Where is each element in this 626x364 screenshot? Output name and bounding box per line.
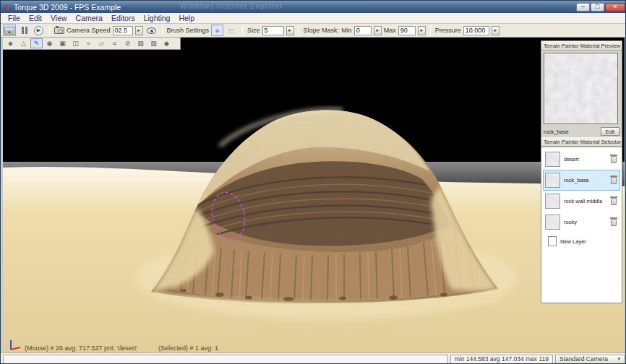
minimize-button[interactable]: –	[576, 3, 590, 12]
smooth-height-tool[interactable]: ◫	[69, 38, 82, 48]
menu-edit[interactable]: Edit	[25, 13, 46, 23]
menu-view[interactable]: View	[46, 13, 72, 23]
viewport-3d[interactable]: (Mouse) # 26 avg: 717.527 pnt: 'desert' …	[3, 38, 625, 352]
status-bar: min 144.583 avg 147.034 max 119 Standard…	[1, 352, 626, 364]
material-row-rock-wall-middle[interactable]: rock wall middle	[543, 191, 620, 212]
torque-logo-icon: ▲	[4, 4, 11, 11]
material-name: rock_base	[564, 177, 607, 183]
delete-material-icon[interactable]	[611, 219, 617, 226]
window-title: Torque 3D 2009 - FPS Example	[14, 3, 121, 12]
set-empty-tool[interactable]: ▨	[134, 38, 147, 48]
close-button[interactable]: ×	[605, 3, 625, 12]
set-height-tool[interactable]: ≡	[108, 38, 121, 48]
slope-min-spinner[interactable]: ▸	[374, 26, 382, 35]
brush-settings-label: Brush Settings	[167, 27, 210, 34]
fps-stats: min 144.583 avg 147.034 max 119	[450, 355, 553, 364]
adjust-height-tool[interactable]: △	[17, 38, 30, 48]
delete-material-icon[interactable]	[611, 177, 617, 184]
world-editor-button[interactable]: ▲	[3, 25, 16, 36]
play-icon: ▶	[34, 26, 43, 35]
camera-speed-label: Camera Speed	[67, 27, 111, 34]
watermark-text: Windows Internet Explorer	[180, 2, 283, 10]
play-sim-button[interactable]: ▶	[33, 25, 45, 36]
menu-camera[interactable]: Camera	[72, 13, 107, 23]
material-thumbnail	[545, 194, 560, 209]
slope-max-spinner[interactable]: ▸	[418, 26, 426, 35]
terrain-tool-palette: ◈ △ ✎ ◉ ▣ ◫ ≈ ▱ ≡ ⊘ ▨ ▧ ◆	[3, 38, 181, 50]
menu-help[interactable]: Help	[174, 13, 199, 23]
flatten-height-tool[interactable]: ▱	[95, 38, 108, 48]
menu-editors[interactable]: Editors	[107, 13, 140, 23]
brush-adjust-height-tool[interactable]: ✎	[30, 38, 43, 48]
paint-material-tool[interactable]: ◆	[160, 38, 173, 48]
material-list: desert rock_base rock wall middle rocky	[541, 147, 622, 303]
material-preview-header: Terrain Painter Material Preview	[541, 41, 622, 51]
statusbar-message	[3, 355, 448, 364]
pressure-input[interactable]: 10.000	[463, 26, 489, 35]
selected-material-name: rock_base	[544, 129, 599, 135]
material-thumbnail	[545, 214, 560, 230]
menu-file[interactable]: File	[4, 13, 25, 23]
slope-mask-label: Slope Mask:	[304, 27, 340, 34]
pause-sim-button[interactable]	[18, 25, 30, 36]
material-thumbnail	[545, 173, 560, 188]
material-preview-image	[544, 53, 618, 124]
slope-max-input[interactable]: 90	[398, 26, 416, 35]
material-row-rock-base[interactable]: rock_base	[543, 170, 620, 191]
slope-max-label: Max	[384, 27, 396, 34]
edit-material-button[interactable]: Edit	[601, 127, 619, 136]
brush-ellipse-button[interactable]: ●	[211, 25, 223, 36]
maximize-button[interactable]: □	[591, 3, 604, 12]
material-name: rock wall middle	[564, 198, 607, 204]
terrain-scene: (Mouse) # 26 avg: 717.527 pnt: 'desert' …	[3, 38, 625, 352]
material-row-rocky[interactable]: rocky	[543, 212, 620, 233]
menu-bar: File Edit View Camera Editors Lighting H…	[1, 13, 626, 24]
pressure-label: Pressure	[435, 27, 461, 34]
landscape-icon: ▲	[4, 27, 14, 35]
visibility-button[interactable]	[145, 25, 158, 36]
pause-icon	[22, 27, 27, 34]
brush-size-spinner[interactable]: ▸	[286, 26, 294, 35]
paint-noise-tool[interactable]: ≈	[82, 38, 95, 48]
mouse-info-text: (Mouse) # 26 avg: 717.527 pnt: 'desert'	[25, 344, 137, 352]
material-name: rocky	[564, 219, 607, 225]
material-thumbnail	[545, 152, 560, 167]
raise-height-tool[interactable]: ◉	[43, 38, 56, 48]
new-layer-label: New Layer	[560, 238, 618, 245]
brush-box-button[interactable]: □	[226, 25, 238, 36]
delete-material-icon[interactable]	[611, 198, 617, 205]
chevron-down-icon: ▾	[617, 356, 620, 362]
lower-height-tool[interactable]: ▣	[56, 38, 69, 48]
slope-min-input[interactable]: 0	[354, 26, 372, 35]
grab-terrain-tool[interactable]: ◈	[4, 38, 17, 48]
eye-icon	[147, 27, 156, 34]
brush-size-input[interactable]: 5	[262, 26, 284, 35]
camera-speed-spinner[interactable]: ▸	[135, 26, 143, 35]
camera-mode-select[interactable]: Standard Camera ▾	[555, 355, 625, 364]
terrain-painter-panel: Terrain Painter Material Preview rock_ba…	[541, 40, 622, 303]
brush-size-label: Size	[247, 27, 260, 34]
clear-empty-tool[interactable]: ▧	[147, 38, 160, 48]
slope-min-label: Min	[341, 27, 352, 34]
new-layer-icon	[548, 236, 557, 246]
material-row-desert[interactable]: desert	[543, 149, 620, 170]
menu-lighting[interactable]: Lighting	[140, 13, 175, 23]
delete-material-icon[interactable]	[611, 156, 617, 163]
app-window: ▲ Torque 3D 2009 - FPS Example Windows I…	[0, 0, 626, 364]
camera-mode-value: Standard Camera	[559, 355, 608, 363]
title-bar: ▲ Torque 3D 2009 - FPS Example Windows I…	[1, 1, 626, 13]
selected-info-text: (Selected) # 1 avg: 1	[158, 344, 218, 352]
new-layer-button[interactable]: New Layer	[543, 233, 620, 250]
camera-icon	[54, 27, 64, 34]
main-toolbar: ▲ ▶ Camera Speed 02.5 ▸ Brush Settings ●…	[1, 24, 626, 38]
material-name: desert	[564, 156, 607, 162]
pressure-spinner[interactable]: ▸	[492, 26, 499, 35]
camera-speed-input[interactable]: 02.5	[113, 26, 133, 35]
material-selector-header: Terrain Painter Material Selector	[541, 137, 622, 147]
clear-terrain-tool[interactable]: ⊘	[121, 38, 134, 48]
